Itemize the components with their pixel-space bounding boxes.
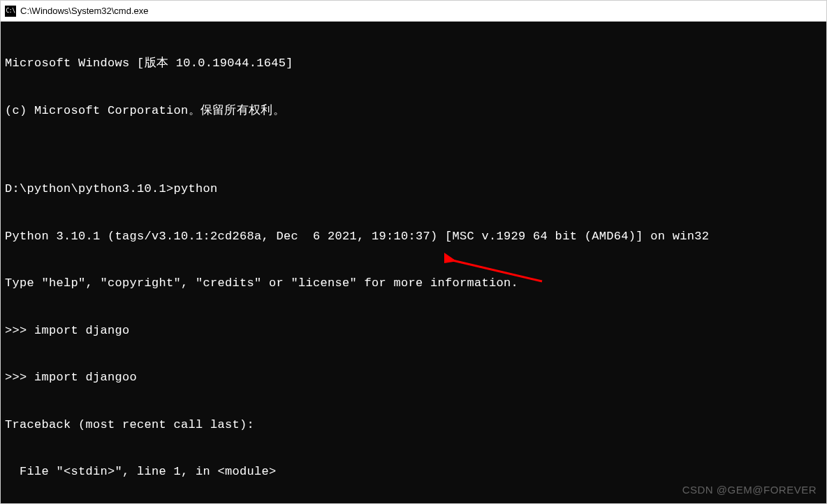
terminal-line: Traceback (most recent call last):: [5, 417, 822, 433]
cmd-window: C:\ C:\Windows\System32\cmd.exe Microsof…: [0, 0, 827, 504]
terminal-line: Microsoft Windows [版本 10.0.19044.1645]: [5, 56, 822, 72]
watermark-text: CSDN @GEM@FOREVER: [682, 482, 817, 498]
terminal-area[interactable]: Microsoft Windows [版本 10.0.19044.1645] (…: [1, 22, 826, 503]
terminal-line: D:\python\python3.10.1>python: [5, 181, 822, 198]
terminal-line: Type "help", "copyright", "credits" or "…: [5, 276, 822, 292]
cmd-icon: C:\: [5, 6, 16, 17]
terminal-line: Python 3.10.1 (tags/v3.10.1:2cd268a, Dec…: [5, 229, 822, 245]
terminal-line: >>> import djangoo: [5, 370, 822, 386]
window-title: C:\Windows\System32\cmd.exe: [20, 6, 149, 16]
terminal-line: (c) Microsoft Corporation。保留所有权利。: [5, 103, 822, 119]
titlebar[interactable]: C:\ C:\Windows\System32\cmd.exe: [1, 1, 826, 22]
terminal-line: File "<stdin>", line 1, in <module>: [5, 464, 822, 480]
terminal-line: >>> import django: [5, 323, 822, 339]
